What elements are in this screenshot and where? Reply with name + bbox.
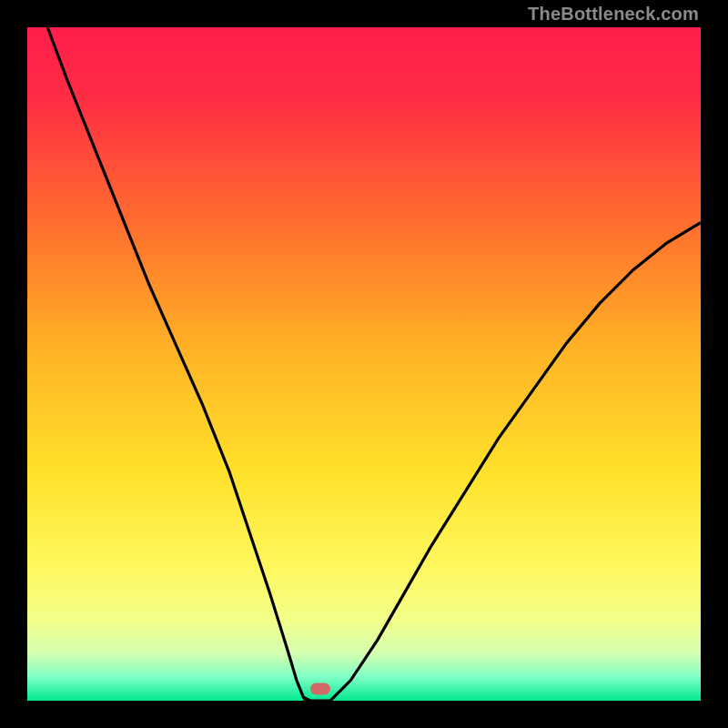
optimum-marker (310, 682, 330, 694)
plot-area (27, 27, 701, 701)
curve-path (47, 27, 701, 701)
bottleneck-curve (27, 27, 701, 701)
chart-frame: TheBottleneck.com (0, 0, 728, 728)
watermark-text: TheBottleneck.com (528, 4, 699, 25)
